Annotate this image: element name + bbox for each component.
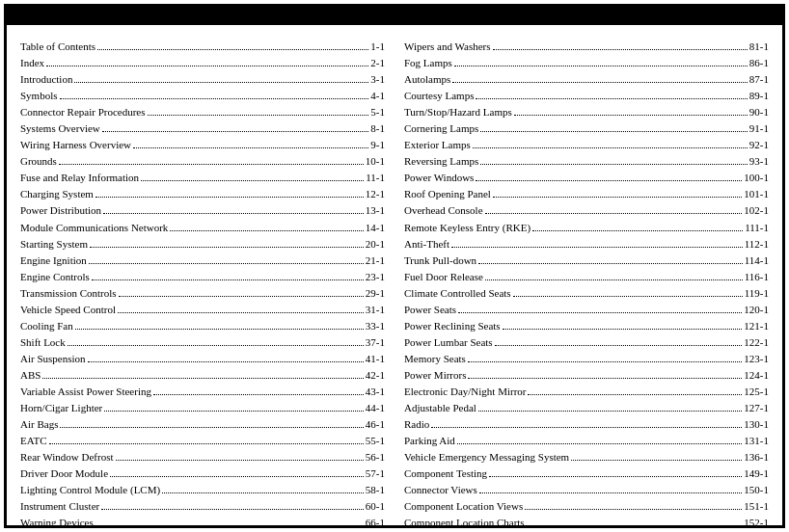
- toc-label: Cornering Lamps: [404, 120, 478, 137]
- toc-dots: [503, 329, 743, 330]
- toc-page: 101-1: [744, 186, 769, 202]
- toc-dots: [141, 180, 364, 181]
- toc-page: 56-1: [366, 449, 385, 466]
- toc-dots: [42, 378, 363, 379]
- toc-label: Overhead Console: [404, 202, 483, 219]
- toc-page: 81-1: [749, 39, 769, 55]
- toc-page: 152-1: [744, 515, 769, 525]
- toc-dots: [480, 131, 748, 132]
- toc-label: Transmission Controls: [20, 285, 117, 302]
- toc-label: Parking Aid: [404, 433, 455, 449]
- toc-label: Starting System: [20, 236, 88, 253]
- toc-page: 55-1: [366, 433, 385, 449]
- toc-page: 90-1: [749, 104, 769, 120]
- toc-label: Reversing Lamps: [404, 153, 478, 170]
- toc-row: Charging System12-1: [20, 186, 385, 202]
- toc-row: Courtesy Lamps89-1: [404, 88, 769, 104]
- toc-label: Rear Window Defrost: [20, 449, 114, 466]
- toc-page: 114-1: [745, 253, 769, 269]
- toc-dots: [480, 164, 748, 165]
- toc-label: Remote Keyless Entry (RKE): [404, 220, 531, 236]
- toc-page: 66-1: [366, 515, 385, 525]
- toc-row: Reversing Lamps93-1: [404, 153, 769, 170]
- toc-label: Symbols: [20, 88, 58, 104]
- toc-dots: [479, 492, 743, 493]
- toc-row: Horn/Cigar Lighter44-1: [20, 400, 385, 416]
- toc-label: Warning Devices: [20, 515, 94, 525]
- toc-label: Fuse and Relay Information: [20, 170, 139, 186]
- toc-label: Engine Controls: [20, 269, 90, 285]
- toc-dots: [493, 197, 743, 198]
- toc-label: Index: [20, 55, 44, 71]
- toc-page: 9-1: [370, 137, 385, 153]
- toc-page: 124-1: [744, 367, 769, 384]
- toc-row: Module Communications Network14-1: [20, 220, 385, 236]
- toc-row: Warning Devices66-1: [20, 515, 385, 525]
- toc-label: Variable Assist Power Steering: [20, 384, 151, 400]
- toc-label: Connector Repair Procedures: [20, 104, 146, 120]
- toc-row: Anti-Theft112-1: [404, 236, 769, 253]
- toc-row: Driver Door Module57-1: [20, 466, 385, 482]
- toc-page: 119-1: [745, 285, 769, 302]
- toc-row: EATC55-1: [20, 433, 385, 449]
- toc-label: Lighting Control Module (LCM): [20, 482, 160, 498]
- toc-dots: [457, 443, 742, 444]
- toc-page: 89-1: [749, 88, 769, 104]
- toc-dots: [101, 509, 364, 510]
- toc-label: Driver Door Module: [20, 466, 108, 482]
- toc-dots: [525, 509, 742, 510]
- toc-row: Symbols4-1: [20, 88, 385, 104]
- toc-label: Roof Opening Panel: [404, 186, 491, 202]
- toc-dots: [489, 476, 742, 477]
- toc-label: Radio: [404, 416, 429, 433]
- toc-row: Overhead Console102-1: [404, 202, 769, 219]
- toc-row: Memory Seats123-1: [404, 351, 769, 367]
- toc-label: Systems Overview: [20, 120, 100, 137]
- toc-dots: [532, 230, 743, 231]
- toc-dots: [170, 230, 363, 231]
- toc-row: Engine Controls23-1: [20, 269, 385, 285]
- toc-dots: [454, 66, 748, 66]
- toc-row: Component Location Views151-1: [404, 498, 769, 515]
- toc-row: Grounds10-1: [20, 153, 385, 170]
- toc-page: 14-1: [366, 220, 385, 236]
- toc-dots: [431, 427, 742, 428]
- toc-row: Turn/Stop/Hazard Lamps90-1: [404, 104, 769, 120]
- toc-dots: [46, 66, 368, 66]
- toc-label: Wipers and Washers: [404, 39, 491, 55]
- toc-dots: [102, 131, 369, 132]
- title-section: [7, 7, 782, 24]
- toc-dots: [513, 296, 743, 297]
- toc-row: Fuel Door Release116-1: [404, 269, 769, 285]
- toc-label: Air Bags: [20, 416, 58, 433]
- toc-page: 29-1: [366, 285, 385, 302]
- toc-label: Vehicle Speed Control: [20, 302, 116, 318]
- toc-row: Power Mirrors124-1: [404, 367, 769, 384]
- toc-label: Turn/Stop/Hazard Lamps: [404, 104, 512, 120]
- toc-label: Table of Contents: [20, 39, 95, 55]
- toc-dots: [92, 279, 364, 280]
- toc-dots: [452, 82, 748, 83]
- toc-page: 58-1: [366, 482, 385, 498]
- toc-label: EATC: [20, 433, 47, 449]
- toc-dots: [60, 98, 369, 99]
- toc-page: 123-1: [744, 351, 769, 367]
- toc-page: 11-1: [366, 170, 385, 186]
- toc-dots: [49, 443, 364, 444]
- toc-dots: [153, 394, 364, 395]
- toc-label: Wiring Harness Overview: [20, 137, 131, 153]
- toc-label: Grounds: [20, 153, 57, 170]
- toc-dots: [458, 312, 742, 313]
- toc-page: 2-1: [370, 55, 385, 71]
- toc-dots: [90, 247, 364, 248]
- toc-row: Air Bags46-1: [20, 416, 385, 433]
- toc-dots: [476, 98, 747, 99]
- toc-row: Radio130-1: [404, 416, 769, 433]
- toc-dots: [133, 147, 368, 148]
- toc-dots: [476, 180, 742, 181]
- toc-label: Component Location Views: [404, 498, 523, 515]
- toc-page: 125-1: [744, 384, 769, 400]
- toc-label: Power Distribution: [20, 202, 101, 219]
- left-column: Table of Contents1-1Index2-1Introduction…: [20, 39, 385, 518]
- toc-dots: [119, 296, 364, 297]
